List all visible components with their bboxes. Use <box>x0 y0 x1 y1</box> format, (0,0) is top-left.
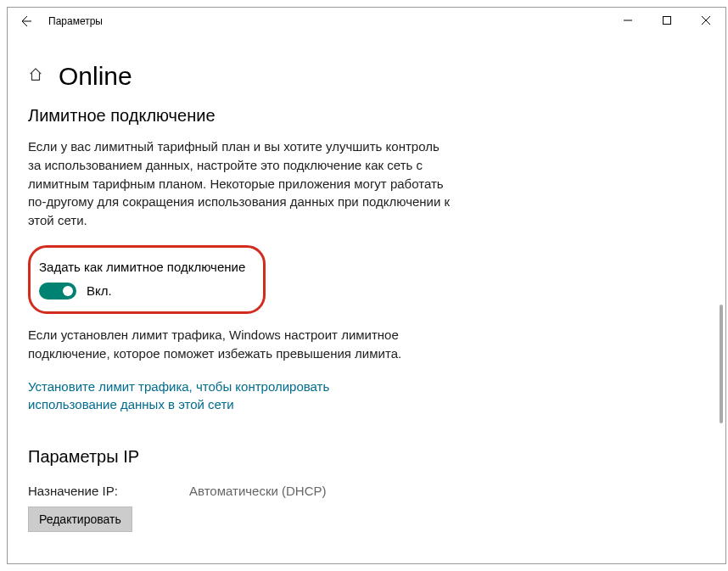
ip-heading: Параметры IP <box>28 447 705 467</box>
svg-rect-1 <box>664 17 671 25</box>
minimize-button[interactable] <box>608 8 647 33</box>
toggle-row: Вкл. <box>39 283 246 299</box>
metered-description: Если у вас лимитный тарифный план и вы х… <box>28 137 452 230</box>
edit-ip-button[interactable]: Редактировать <box>28 507 132 532</box>
page-title: Online <box>59 62 132 91</box>
maximize-button[interactable] <box>647 8 686 33</box>
window-title: Параметры <box>48 15 103 27</box>
ip-assignment-value: Автоматически (DHCP) <box>189 484 327 498</box>
page-header: Online <box>28 62 705 91</box>
limit-note: Если установлен лимит трафика, Windows н… <box>28 326 452 363</box>
close-button[interactable] <box>686 8 725 33</box>
ip-assignment-label: Назначение IP: <box>28 484 189 498</box>
metered-toggle-label: Задать как лимитное подключение <box>39 260 246 274</box>
metered-toggle[interactable] <box>39 283 76 299</box>
metered-heading: Лимитное подключение <box>28 106 705 126</box>
home-icon[interactable] <box>28 67 43 87</box>
content-area: Online Лимитное подключение Если у вас л… <box>8 35 725 563</box>
titlebar: Параметры <box>8 8 725 35</box>
scrollbar-thumb[interactable] <box>720 305 723 423</box>
toggle-state-text: Вкл. <box>87 283 112 298</box>
ip-assignment-row: Назначение IP: Автоматически (DHCP) <box>28 484 705 498</box>
toggle-knob <box>63 286 73 296</box>
set-data-limit-link[interactable]: Установите лимит трафика, чтобы контроли… <box>28 378 418 413</box>
highlight-annotation: Задать как лимитное подключение Вкл. <box>28 245 266 314</box>
window-controls <box>608 8 725 33</box>
settings-window: Параметры Online Лимитное подключение Ес… <box>7 7 726 564</box>
back-button[interactable] <box>13 8 38 34</box>
